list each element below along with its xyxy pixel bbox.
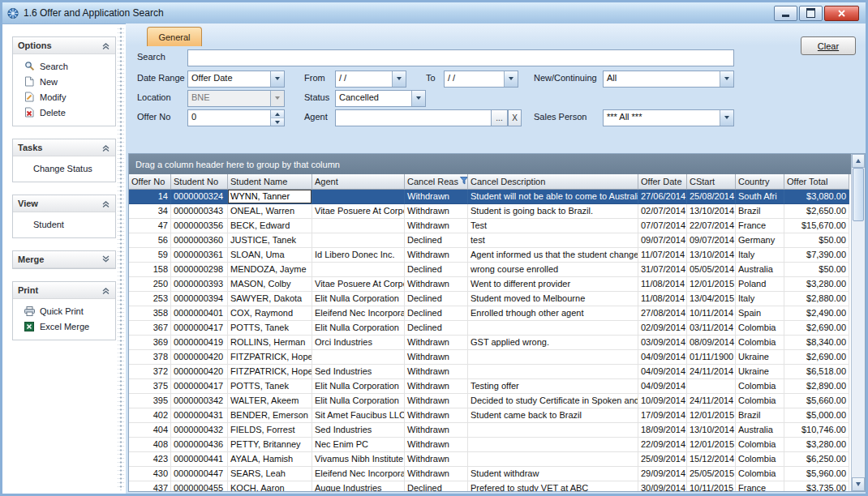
table-row[interactable]: 2530000000394SAWYER, DakotaElit Nulla Co… — [129, 292, 852, 306]
table-row[interactable]: 470000000356BECK, EdwardWithdrawnTest07/… — [129, 219, 852, 233]
new-continuing-select[interactable]: All — [603, 71, 734, 88]
table-row[interactable]: 2500000000393MASON, ColbyVitae Posuere A… — [129, 277, 852, 292]
column-header[interactable]: CStart — [687, 174, 736, 190]
section-header-tasks[interactable]: Tasks — [13, 139, 115, 156]
table-cell: Sit Amet Faucibus LLC — [312, 408, 405, 423]
sidebar: Options Search New Modify Dele — [12, 36, 116, 353]
table-row[interactable]: 3720000000420FITZPATRICK, HopeSed Indust… — [129, 365, 852, 379]
table-row[interactable]: 3950000000342WALTER, AkeemElit Nulla Cor… — [129, 394, 852, 408]
delete-icon — [24, 107, 35, 118]
table-row[interactable]: 4370000000455KOCH, AaronAugue Industries… — [129, 481, 852, 491]
table-row[interactable]: 4080000000436PETTY, BritanneyNec Enim PC… — [129, 438, 852, 452]
sidebar-splitter[interactable] — [118, 27, 124, 490]
section-header-options[interactable]: Options — [13, 37, 115, 54]
column-header[interactable]: Offer Total — [784, 174, 849, 190]
sales-person-select[interactable]: *** All *** — [603, 109, 734, 126]
column-header[interactable]: Student No — [171, 174, 228, 190]
section-header-merge[interactable]: Merge — [13, 251, 115, 268]
search-input[interactable] — [188, 50, 733, 66]
maximize-button[interactable] — [799, 6, 823, 21]
table-cell: $2,490.00 — [784, 306, 849, 321]
sidebar-item-label: Search — [40, 62, 68, 71]
table-cell: $3,280.00 — [784, 438, 849, 452]
table-cell: KOCH, Aaron — [228, 481, 312, 491]
minimize-button[interactable] — [774, 6, 797, 21]
table-row[interactable]: 3690000000419ROLLINS, HermanOrci Industr… — [129, 336, 852, 350]
column-header[interactable]: Country — [736, 174, 784, 190]
table-row[interactable]: 560000000360JUSTICE, TanekDeclinedtest09… — [129, 233, 852, 248]
table-cell — [468, 321, 638, 336]
table-cell: 59 — [129, 248, 171, 263]
sidebar-item-excel-merge[interactable]: Excel Merge — [13, 319, 115, 334]
results-grid: Drag a column header here to group by th… — [128, 153, 866, 492]
vertical-scrollbar[interactable] — [851, 154, 865, 491]
table-row[interactable]: 140000000324WYNN, TannerWithdrawnStudent… — [129, 190, 852, 204]
table-cell: Italy — [736, 248, 784, 263]
column-header[interactable]: Offer No — [129, 174, 171, 190]
table-row[interactable]: 1580000000298MENDOZA, JaymeDeclinedwrong… — [129, 263, 852, 277]
chevron-down-icon — [270, 71, 284, 87]
tab-general[interactable]: General — [147, 27, 202, 46]
column-header[interactable]: Cancel Reas — [405, 174, 468, 190]
group-by-bar[interactable]: Drag a column header here to group by th… — [129, 154, 852, 174]
table-cell: Colombia — [736, 438, 784, 452]
table-cell: 10/11/2014 — [687, 306, 736, 321]
from-date-select[interactable]: / / — [335, 71, 406, 88]
sidebar-item-delete[interactable]: Delete — [13, 105, 115, 120]
agent-clear-button[interactable]: X — [508, 109, 522, 126]
table-row[interactable]: 4230000000441AYALA, HamishVivamus Nibh I… — [129, 452, 852, 467]
excel-icon — [24, 322, 35, 331]
sidebar-item-quick-print[interactable]: Quick Print — [13, 303, 115, 319]
section-header-view[interactable]: View — [13, 195, 115, 212]
table-row[interactable]: 3580000000401COX, RaymondEleifend Nec In… — [129, 306, 852, 321]
table-cell: 12/01/2015 — [687, 408, 736, 423]
table-cell: 12/01/2015 — [687, 277, 736, 292]
scroll-down-button[interactable] — [852, 477, 865, 491]
sidebar-item-new[interactable]: New — [13, 74, 115, 89]
table-row[interactable]: 4020000000431BENDER, EmersonSit Amet Fau… — [129, 408, 852, 423]
table-cell: Poland — [736, 277, 784, 292]
table-row[interactable]: 4040000000432FIELDS, ForrestSed Industri… — [129, 423, 852, 438]
to-date-select[interactable]: / / — [444, 71, 518, 88]
table-cell: 09/07/2014 — [687, 233, 736, 248]
table-row[interactable]: 4300000000447SEARS, LeahEleifend Nec Inc… — [129, 467, 852, 481]
column-header[interactable]: Cancel Description — [468, 174, 638, 190]
table-cell: 12/01/2015 — [687, 438, 736, 452]
scrollbar-thumb[interactable] — [853, 168, 864, 221]
table-row[interactable]: 3780000000420FITZPATRICK, HopeWithdrawn0… — [129, 350, 852, 365]
table-cell: Australia — [736, 423, 784, 438]
spin-down-icon[interactable] — [271, 118, 284, 126]
column-header[interactable]: Offer Date — [638, 174, 687, 190]
table-row[interactable]: 590000000361SLOAN, UmaId Libero Donec In… — [129, 248, 852, 263]
status-select[interactable]: Cancelled — [335, 90, 426, 107]
sidebar-item-student[interactable]: Student — [13, 216, 115, 232]
filter-funnel-icon[interactable] — [460, 177, 468, 186]
table-cell: 13/10/2014 — [687, 423, 736, 438]
table-cell: 25/05/2015 — [687, 467, 736, 481]
agent-lookup-button[interactable]: ... — [491, 109, 508, 126]
section-header-print[interactable]: Print — [13, 282, 115, 299]
table-cell: GST applied wrong. — [468, 336, 638, 350]
table-row[interactable]: 340000000343ONEAL, WarrenVitae Posuere A… — [129, 204, 852, 219]
table-row[interactable]: 3750000000417POTTS, TanekElit Nulla Corp… — [129, 379, 852, 394]
table-cell: Withdrawn — [405, 204, 468, 219]
close-button[interactable] — [824, 6, 859, 21]
table-cell: 14 — [129, 190, 171, 204]
sidebar-item-search[interactable]: Search — [13, 58, 115, 74]
date-range-select[interactable]: Offer Date — [187, 71, 285, 88]
sidebar-item-modify[interactable]: Modify — [13, 89, 115, 105]
spin-up-icon[interactable] — [271, 110, 284, 118]
table-row[interactable]: 3670000000417POTTS, TanekElit Nulla Corp… — [129, 321, 852, 336]
location-select[interactable]: BNE — [187, 90, 285, 107]
table-cell: MASON, Colby — [228, 277, 312, 292]
agent-input[interactable] — [336, 110, 492, 126]
table-cell: 0000000441 — [171, 452, 228, 467]
offer-no-stepper[interactable]: 0 — [187, 109, 285, 126]
table-cell: $6,250.00 — [784, 452, 849, 467]
scroll-up-button[interactable] — [852, 154, 865, 168]
column-header[interactable]: Student Name — [228, 174, 312, 190]
column-header[interactable]: Agent — [312, 174, 405, 190]
table-cell: Elit Nulla Corporation — [312, 292, 405, 306]
clear-button[interactable]: Clear — [801, 36, 856, 55]
sidebar-item-change-status[interactable]: Change Status — [13, 160, 115, 176]
